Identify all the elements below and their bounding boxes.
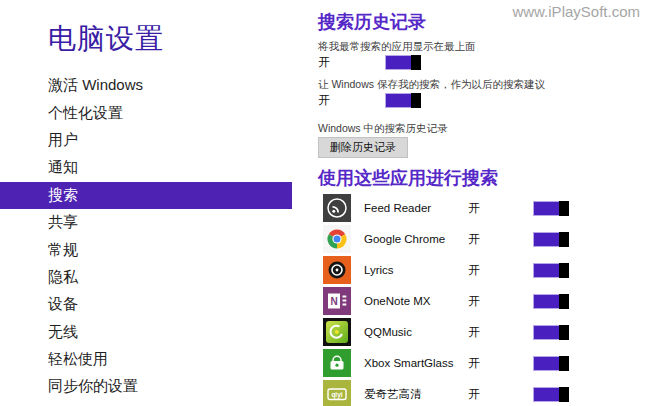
sidebar-item-label: 用户 [48,131,78,150]
toggle-knob [559,263,569,278]
sidebar-item-label: 搜索 [48,186,78,205]
toggle-onenote-mx[interactable] [533,294,569,309]
delete-history-button[interactable]: 删除历史记录 [318,137,408,158]
toggle-knob [559,294,569,309]
app-name: 爱奇艺高清 [364,387,422,402]
toggle-save-my-searches[interactable] [385,93,421,108]
app-toggle-state-label: 开 [468,355,480,372]
app-name: Xbox SmartGlass [364,357,453,369]
sidebar-item-label: 共享 [48,213,78,232]
sidebar-item-general[interactable]: 常规 [0,236,292,263]
settings-panel: 搜索历史记录 将我最常搜索的应用显示在最上面 开 让 Windows 保存我的搜… [318,0,650,406]
sidebar-item-label: 轻松使用 [48,350,108,369]
lyrics-icon [323,256,351,284]
app-list: Feed Reader 开 Google Chrome 开 Lyrics 开 N… [318,194,650,406]
sidebar-item-wireless[interactable]: 无线 [0,319,292,346]
svg-text:N: N [330,296,337,307]
section-title-search-apps: 使用这些应用进行搜索 [318,168,650,188]
sidebar-item-label: 隐私 [48,268,78,287]
app-row: Feed Reader 开 [318,194,650,222]
toggle-google-chrome[interactable] [533,232,569,247]
app-row: QQMusic 开 [318,318,650,346]
app-toggle-state-label: 开 [468,293,480,310]
toggle-feed-reader[interactable] [533,201,569,216]
google-chrome-icon [323,225,351,253]
app-toggle-state-label: 开 [468,262,480,279]
app-row: N OneNote MX 开 [318,287,650,315]
section-title-search-history: 搜索历史记录 [318,12,650,32]
setting-label: 让 Windows 保存我的搜索，作为以后的搜索建议 [318,78,650,90]
toggle-state-label: 开 [318,54,330,71]
svg-text:qiyi: qiyi [331,391,342,399]
sidebar-item-label: 设备 [48,295,78,314]
toggle-iqiyi[interactable] [533,387,569,402]
toggle-show-most-searched-apps[interactable] [385,55,421,70]
sidebar-item-personalize[interactable]: 个性化设置 [0,99,292,126]
toggle-knob [411,93,421,108]
app-toggle-state-label: 开 [468,200,480,217]
toggle-xbox-smartglass[interactable] [533,356,569,371]
sidebar-item-label: 激活 Windows [48,76,143,95]
toggle-knob [559,325,569,340]
app-row: qiyi 爱奇艺高清 开 [318,380,650,406]
app-row: Lyrics 开 [318,256,650,284]
app-row: Google Chrome 开 [318,225,650,253]
page-title: 电脑设置 [48,20,292,58]
toggle-knob [559,356,569,371]
toggle-qqmusic[interactable] [533,325,569,340]
sidebar-item-search[interactable]: 搜索 [0,182,292,209]
sidebar-item-label: 无线 [48,323,78,342]
app-toggle-state-label: 开 [468,386,480,403]
toggle-knob [559,201,569,216]
sidebar-item-label: 通知 [48,158,78,177]
app-name: OneNote MX [364,295,430,307]
qqmusic-icon [323,318,351,346]
sidebar-item-label: 同步你的设置 [48,377,138,396]
sidebar: 电脑设置 激活 Windows 个性化设置 用户 通知 搜索 共享 常规 隐私 … [0,0,292,406]
toggle-knob [411,55,421,70]
sidebar-item-homegroup[interactable]: 家庭组 [0,401,292,406]
toggle-row: 开 [318,93,650,108]
onenote-mx-icon: N [323,287,351,315]
app-name: Lyrics [364,264,394,276]
sidebar-item-activate-windows[interactable]: 激活 Windows [0,72,292,99]
xbox-smartglass-icon [323,349,351,377]
toggle-knob [559,232,569,247]
sidebar-item-label: 常规 [48,241,78,260]
app-toggle-state-label: 开 [468,324,480,341]
feed-reader-icon [323,194,351,222]
iqiyi-icon: qiyi [323,380,351,406]
sidebar-item-ease-of-access[interactable]: 轻松使用 [0,346,292,373]
app-name: Google Chrome [364,233,445,245]
toggle-state-label: 开 [318,92,330,109]
sidebar-item-label: 个性化设置 [48,104,123,123]
sidebar-item-share[interactable]: 共享 [0,209,292,236]
sidebar-item-notifications[interactable]: 通知 [0,154,292,181]
toggle-row: 开 [318,55,650,70]
toggle-lyrics[interactable] [533,263,569,278]
app-name: QQMusic [364,326,412,338]
app-row: Xbox SmartGlass 开 [318,349,650,377]
toggle-knob [559,387,569,402]
app-toggle-state-label: 开 [468,231,480,248]
app-name: Feed Reader [364,202,431,214]
pc-settings-window: www.iPlaySoft.com 电脑设置 激活 Windows 个性化设置 … [0,0,650,406]
sidebar-item-privacy[interactable]: 隐私 [0,264,292,291]
sidebar-item-sync-your-settings[interactable]: 同步你的设置 [0,373,292,400]
sidebar-item-devices[interactable]: 设备 [0,291,292,318]
sidebar-item-users[interactable]: 用户 [0,127,292,154]
sidebar-list: 激活 Windows 个性化设置 用户 通知 搜索 共享 常规 隐私 设备 无线… [0,72,292,406]
windows-search-history-label: Windows 中的搜索历史记录 [318,122,650,134]
search-history-toggles: 将我最常搜索的应用显示在最上面 开 让 Windows 保存我的搜索，作为以后的… [318,40,650,108]
setting-label: 将我最常搜索的应用显示在最上面 [318,40,650,52]
